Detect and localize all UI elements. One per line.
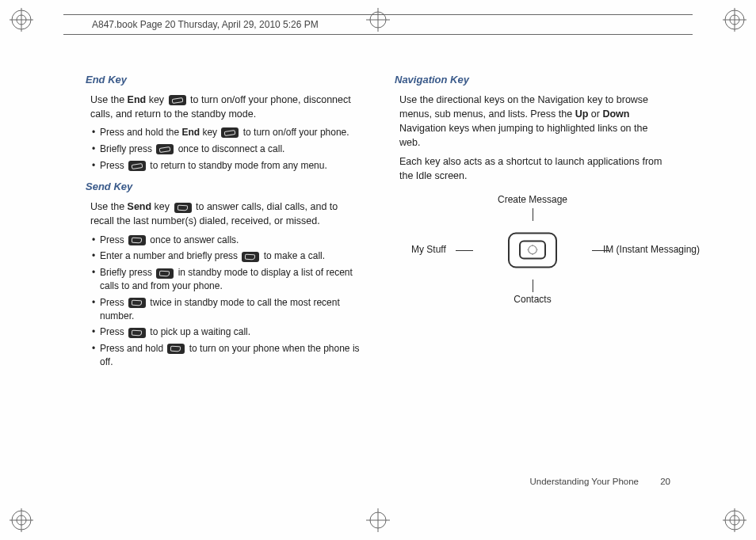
end-key-intro: Use the End key to turn on/off your phon… [86, 93, 361, 121]
svg-point-22 [529, 245, 537, 254]
crop-mark-icon [723, 508, 746, 532]
frame-header: A847.book Page 20 Thursday, April 29, 20… [63, 14, 693, 35]
nav-key-diagram: Create Message My Stuff IM (Instant Mess… [433, 195, 632, 306]
nav-key-heading: Navigation Key [395, 73, 670, 88]
nav-key-graphic [508, 232, 557, 268]
list-item: Press once to answer calls. [92, 234, 361, 247]
send-key-icon [156, 268, 174, 279]
send-key-list: Press once to answer calls. Enter a numb… [86, 234, 361, 369]
diagram-line [456, 250, 473, 251]
nav-label-im: IM (Instant Messaging) [603, 243, 700, 257]
page-content: End Key Use the End key to turn on/off y… [86, 70, 670, 461]
diagram-line [533, 208, 533, 221]
end-key-list: Press and hold the End key to turn on/of… [86, 126, 361, 172]
send-key-icon [128, 298, 146, 308]
send-key-intro: Use the Send key to answer calls, dial c… [86, 200, 361, 228]
crop-mark-icon [10, 8, 33, 32]
footer-page-number: 20 [660, 477, 670, 486]
send-key-icon [242, 252, 259, 262]
end-key-heading: End Key [86, 73, 361, 88]
list-item: Enter a number and briefly press to make… [92, 249, 361, 263]
send-key-icon [167, 344, 185, 354]
end-key-icon [221, 127, 239, 138]
list-item: Press and hold to turn on your phone whe… [92, 342, 361, 369]
list-item: Press to pick up a waiting call. [92, 325, 361, 339]
nav-key-center-icon [519, 241, 546, 260]
nav-key-p2: Each key also acts as a shortcut to laun… [395, 154, 670, 183]
nav-label-my-stuff: My Stuff [411, 243, 446, 257]
page-footer: Understanding Your Phone 20 [530, 477, 670, 486]
nav-label-create-message: Create Message [498, 193, 567, 207]
diagram-line [533, 280, 533, 292]
left-column: End Key Use the End key to turn on/off y… [86, 70, 361, 461]
send-key-icon [128, 328, 146, 338]
diagram-line [592, 250, 609, 251]
nav-label-contacts: Contacts [514, 293, 551, 306]
end-key-icon [128, 161, 146, 171]
frame-header-text: A847.book Page 20 Thursday, April 29, 20… [92, 19, 319, 30]
list-item: Press twice in standby mode to call the … [92, 296, 361, 323]
nav-key-p1: Use the directional keys on the Navigati… [395, 93, 670, 150]
crop-mark-icon [366, 508, 390, 532]
end-key-icon [156, 144, 174, 154]
crop-mark-icon [723, 8, 746, 32]
right-column: Navigation Key Use the directional keys … [395, 70, 670, 461]
list-item: Press to return to standby mode from any… [92, 159, 361, 173]
send-key-icon [174, 203, 192, 213]
list-item: Briefly press once to disconnect a call. [92, 143, 361, 156]
crop-mark-icon [10, 508, 33, 532]
end-key-icon [169, 95, 186, 105]
send-key-heading: Send Key [86, 180, 361, 195]
list-item: Briefly press in standby mode to display… [92, 266, 361, 293]
send-key-icon [128, 235, 146, 245]
list-item: Press and hold the End key to turn on/of… [92, 126, 361, 139]
footer-section: Understanding Your Phone [530, 477, 639, 486]
